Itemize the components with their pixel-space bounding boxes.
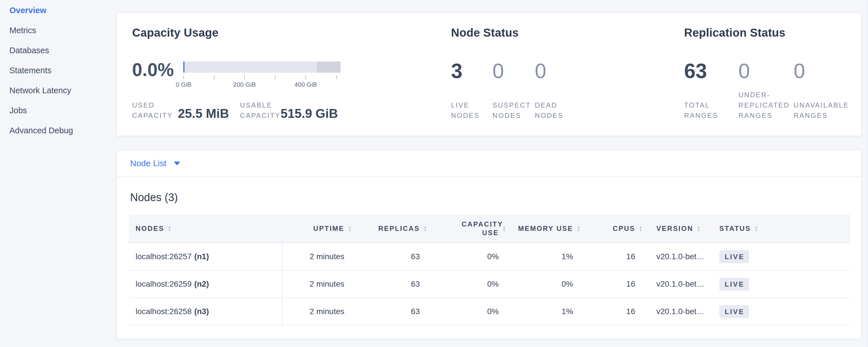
- axis-tick: [244, 75, 245, 79]
- axis-tick: [183, 75, 184, 79]
- used-capacity-value: 25.5 MiB: [178, 107, 229, 121]
- capacity-use-cell: 0%: [430, 243, 508, 270]
- live-nodes-count: 3: [451, 61, 493, 81]
- sidebar-item-databases[interactable]: Databases: [0, 40, 116, 60]
- replicas-cell: 63: [354, 243, 430, 270]
- column-header-label: NODES: [135, 225, 164, 232]
- usable-capacity-value: 515.9 GiB: [281, 107, 338, 121]
- used-capacity-label: USED CAPACITY: [132, 100, 178, 121]
- node-address-cell[interactable]: localhost:26258 (n3): [129, 298, 283, 325]
- sort-icon: ▲▼: [167, 225, 172, 232]
- capacity-bar-track: [183, 62, 341, 73]
- version-cell: v20.1.0-bet…: [645, 243, 706, 270]
- live-nodes-label: LIVE NODES: [451, 100, 479, 121]
- under-replicated-ranges-count: 0: [739, 61, 794, 81]
- uptime-cell: 2 minutes: [283, 271, 354, 297]
- nodes-table-header: NODES ▲▼ UPTIME ▲▼ REPLICAS ▲▼ CAPACITY …: [129, 215, 850, 243]
- version-cell: v20.1.0-bet…: [645, 271, 706, 297]
- replication-status-title: Replication Status: [684, 26, 785, 39]
- table-row-node-3[interactable]: localhost:26258 (n3) 2 minutes 63 0% 1% …: [129, 298, 850, 325]
- sidebar-item-jobs[interactable]: Jobs: [0, 100, 116, 120]
- capacity-usage-title: Capacity Usage: [132, 26, 218, 39]
- node-address: localhost:26258: [135, 307, 192, 316]
- node-list-card: Node List Nodes (3) NODES ▲▼ UPTIME ▲▼ R…: [116, 150, 862, 339]
- used-capacity-stat: USED CAPACITY 25.5 MiB: [132, 99, 229, 121]
- sidebar-item-overview[interactable]: Overview: [0, 0, 116, 20]
- sort-icon: ▲▼: [348, 225, 352, 232]
- sort-icon: ▲▼: [502, 225, 507, 232]
- sidebar: Overview Metrics Databases Statements Ne…: [0, 0, 116, 140]
- page-edge-divider: [867, 0, 867, 347]
- sidebar-item-network-latency[interactable]: Network Latency: [0, 81, 116, 100]
- dead-nodes-label: DEAD NODES: [535, 100, 568, 121]
- axis-tick-label: 400 GiB: [286, 81, 326, 88]
- replication-status-values: 63 0 0: [684, 61, 857, 81]
- column-header-version[interactable]: VERSION ▲▼: [645, 215, 706, 243]
- dead-nodes-count: 0: [535, 61, 592, 81]
- column-header-memory-use[interactable]: MEMORY USE ▲▼: [508, 215, 583, 243]
- live-status-badge: LIVE: [719, 305, 749, 318]
- column-header-label: UPTIME: [313, 225, 344, 232]
- capacity-used-percent: 0.0%: [132, 61, 174, 79]
- node-id: (n1): [194, 252, 209, 261]
- status-cell: LIVE: [706, 243, 850, 270]
- sort-icon: ▲▼: [697, 225, 701, 232]
- column-header-cpus[interactable]: CPUS ▲▼: [583, 215, 645, 243]
- column-header-status[interactable]: STATUS ▲▼: [706, 215, 850, 243]
- cluster-summary-card: Capacity Usage 0.0% 0 GiB 200 GiB 400 Gi…: [116, 12, 862, 136]
- column-header-label: MEMORY USE: [518, 225, 573, 232]
- column-header-label: CAPACITY USE: [462, 220, 499, 237]
- replicas-cell: 63: [354, 298, 430, 325]
- column-header-uptime[interactable]: UPTIME ▲▼: [283, 215, 354, 243]
- cpus-cell: 16: [583, 298, 645, 325]
- capacity-use-cell: 0%: [430, 271, 508, 297]
- uptime-cell: 2 minutes: [283, 298, 354, 325]
- unavailable-ranges-count: 0: [794, 61, 857, 81]
- node-address: localhost:26257: [135, 252, 192, 261]
- column-header-label: STATUS: [719, 225, 751, 232]
- column-header-label: REPLICAS: [378, 225, 420, 232]
- sidebar-item-advanced-debug[interactable]: Advanced Debug: [0, 120, 116, 140]
- live-status-badge: LIVE: [719, 278, 749, 291]
- sort-icon: ▲▼: [423, 225, 428, 232]
- column-header-replicas[interactable]: REPLICAS ▲▼: [354, 215, 430, 243]
- axis-tick: [336, 75, 337, 79]
- node-address-cell[interactable]: localhost:26259 (n2): [129, 271, 283, 297]
- node-list-view-label: Node List: [130, 158, 166, 168]
- version-cell: v20.1.0-bet…: [645, 298, 706, 325]
- axis-tick: [275, 75, 275, 79]
- capacity-bar-reserved-segment: [317, 62, 341, 73]
- cpus-cell: 16: [583, 243, 645, 270]
- memory-use-cell: 1%: [508, 243, 583, 270]
- sidebar-item-statements[interactable]: Statements: [0, 60, 116, 81]
- column-header-label: CPUS: [613, 225, 635, 232]
- total-ranges-label: TOTAL RANGES: [684, 100, 717, 121]
- column-header-nodes[interactable]: NODES ▲▼: [129, 215, 283, 243]
- memory-use-cell: 1%: [508, 298, 583, 325]
- column-header-capacity-use[interactable]: CAPACITY USE ▲▼: [430, 215, 508, 243]
- axis-tick: [214, 75, 215, 79]
- capacity-bar-used-segment: [183, 62, 184, 73]
- node-status-values: 3 0 0: [451, 61, 592, 81]
- memory-use-cell: 0%: [508, 271, 583, 297]
- axis-tick: [305, 75, 306, 79]
- suspect-nodes-count: 0: [493, 61, 535, 81]
- live-status-badge: LIVE: [719, 250, 749, 263]
- uptime-cell: 2 minutes: [283, 243, 354, 270]
- node-id: (n2): [194, 280, 209, 289]
- table-row-node-1[interactable]: localhost:26257 (n1) 2 minutes 63 0% 1% …: [129, 243, 850, 271]
- status-cell: LIVE: [706, 271, 850, 297]
- node-id: (n3): [194, 307, 209, 316]
- usable-capacity-stat: USABLE CAPACITY 515.9 GiB: [240, 99, 338, 121]
- sidebar-item-metrics[interactable]: Metrics: [0, 20, 116, 40]
- axis-tick-label: 0 GiB: [163, 81, 204, 88]
- node-list-view-dropdown[interactable]: Node List: [130, 158, 180, 168]
- table-row-node-2[interactable]: localhost:26259 (n2) 2 minutes 63 0% 0% …: [129, 271, 850, 298]
- cpus-cell: 16: [583, 271, 645, 297]
- column-header-label: VERSION: [656, 225, 693, 232]
- under-replicated-ranges-label: UNDER-REPLICATED RANGES: [739, 90, 792, 121]
- capacity-usage-bar-chart: 0 GiB 200 GiB 400 GiB: [183, 62, 341, 73]
- node-status-labels: LIVE NODES SUSPECT NODES DEAD NODES: [451, 89, 592, 121]
- node-address-cell[interactable]: localhost:26257 (n1): [129, 243, 283, 270]
- unavailable-ranges-label: UNAVAILABLE RANGES: [794, 100, 855, 121]
